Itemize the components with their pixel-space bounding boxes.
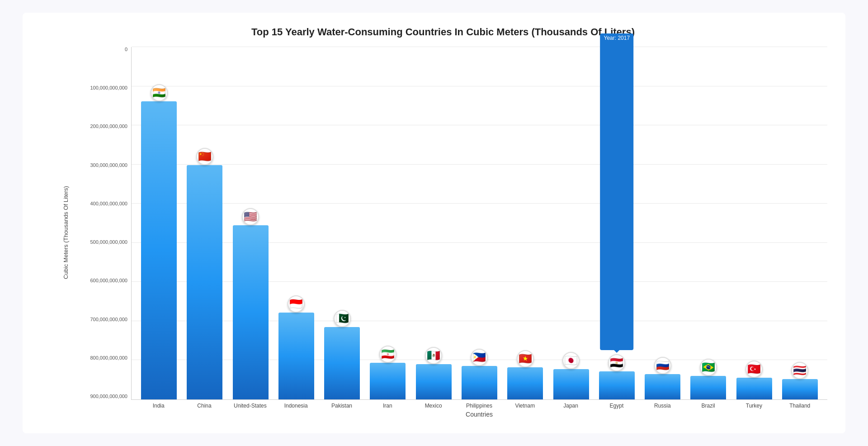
x-label: Egypt — [594, 400, 639, 409]
bar[interactable] — [141, 101, 177, 399]
bars-area: 🇮🇳🇨🇳🇺🇸🇮🇩🇵🇰🇮🇷🇲🇽🇵🇭🇻🇳🇯🇵Year: 2017🇪🇬🇷🇺🇧🇷🇹🇷🇹🇭 — [131, 47, 827, 400]
flag-icon: 🇷🇺 — [654, 357, 671, 374]
chart-inner: 900,000,000,000800,000,000,000700,000,00… — [77, 47, 827, 418]
y-tick: 100,000,000,000 — [77, 85, 131, 90]
x-label: Japan — [548, 400, 594, 409]
flag-icon: 🇹🇭 — [791, 362, 808, 379]
x-label: United-States — [227, 400, 273, 409]
bar-group[interactable]: 🇹🇷 — [731, 47, 777, 399]
flag-icon: 🇮🇩 — [288, 295, 305, 313]
bar-group[interactable]: 🇲🇽 — [411, 47, 457, 399]
bar-group[interactable]: 🇵🇰 — [319, 47, 365, 399]
x-label: Turkey — [731, 400, 777, 409]
bar-group[interactable]: 🇷🇺 — [640, 47, 685, 399]
flag-icon: 🇨🇳 — [196, 148, 213, 165]
bar-group[interactable]: 🇨🇳 — [182, 47, 227, 399]
flag-icon: 🇧🇷 — [700, 359, 717, 376]
bar[interactable] — [324, 327, 360, 399]
y-tick: 500,000,000,000 — [77, 240, 131, 245]
flag-icon: 🇯🇵 — [562, 352, 580, 369]
y-tick: 300,000,000,000 — [77, 163, 131, 168]
flag-icon: 🇵🇰 — [334, 310, 351, 327]
flag-icon: 🇺🇸 — [242, 208, 259, 225]
x-label: Thailand — [777, 400, 823, 409]
bar[interactable] — [553, 369, 589, 400]
flag-icon: 🇮🇷 — [379, 346, 396, 363]
bar[interactable] — [187, 165, 222, 399]
bar-group[interactable]: 🇵🇭 — [457, 47, 502, 399]
bar-group[interactable]: Year: 2017🇪🇬 — [594, 47, 640, 399]
bar-group[interactable]: 🇮🇷 — [365, 47, 410, 399]
y-axis-label: Cubic Meters (Thousands Of Liters) — [59, 47, 72, 418]
x-label: Russia — [640, 400, 685, 409]
flag-icon: 🇻🇳 — [517, 350, 534, 367]
y-tick: 600,000,000,000 — [77, 278, 131, 283]
tooltip-badge: Year: 2017 — [600, 33, 633, 350]
x-label: Vietnam — [502, 400, 548, 409]
bars-wrapper: 🇮🇳🇨🇳🇺🇸🇮🇩🇵🇰🇮🇷🇲🇽🇵🇭🇻🇳🇯🇵Year: 2017🇪🇬🇷🇺🇧🇷🇹🇷🇹🇭 — [132, 47, 827, 399]
plot-area: 900,000,000,000800,000,000,000700,000,00… — [77, 47, 827, 400]
flag-icon: 🇵🇭 — [471, 349, 488, 366]
y-tick: 900,000,000,000 — [77, 394, 131, 399]
flag-icon: 🇲🇽 — [425, 347, 442, 364]
x-axis-title: Countries — [131, 411, 827, 418]
y-tick: 800,000,000,000 — [77, 356, 131, 361]
y-tick: 700,000,000,000 — [77, 317, 131, 322]
bar[interactable] — [462, 366, 497, 399]
bar[interactable] — [736, 378, 772, 399]
bar[interactable] — [416, 364, 452, 399]
bar-group[interactable]: 🇺🇸 — [228, 47, 274, 399]
bar-group[interactable]: 🇧🇷 — [685, 47, 731, 399]
flag-icon: 🇹🇷 — [745, 361, 763, 378]
x-label: Pakistan — [319, 400, 364, 409]
bar[interactable] — [645, 374, 680, 399]
bar-group[interactable]: 🇯🇵 — [548, 47, 594, 399]
bar-group[interactable]: 🇹🇭 — [777, 47, 823, 399]
y-tick: 200,000,000,000 — [77, 124, 131, 129]
flag-icon: 🇪🇬 — [608, 354, 625, 371]
x-label: China — [181, 400, 227, 409]
bar[interactable] — [782, 379, 818, 399]
bar[interactable] — [690, 376, 726, 399]
x-label: India — [136, 400, 181, 409]
y-axis: 900,000,000,000800,000,000,000700,000,00… — [77, 47, 131, 400]
x-label: Mexico — [410, 400, 456, 409]
x-label: Iran — [365, 400, 410, 409]
chart-title: Top 15 Yearly Water-Consuming Countries … — [59, 26, 827, 38]
bar[interactable] — [233, 225, 269, 399]
y-tick: 0 — [77, 47, 131, 52]
bar-group[interactable]: 🇮🇳 — [136, 47, 182, 399]
chart-container: Top 15 Yearly Water-Consuming Countries … — [23, 13, 845, 433]
x-label: Philippines — [456, 400, 502, 409]
bar-group[interactable]: 🇮🇩 — [274, 47, 319, 399]
x-label: Brazil — [685, 400, 731, 409]
bar[interactable] — [599, 371, 635, 399]
bar[interactable] — [278, 313, 314, 399]
bar-group[interactable]: 🇻🇳 — [502, 47, 548, 399]
chart-area: Cubic Meters (Thousands Of Liters) 900,0… — [59, 47, 827, 418]
x-label: Indonesia — [273, 400, 319, 409]
bar[interactable] — [507, 367, 543, 399]
x-labels: IndiaChinaUnited-StatesIndonesiaPakistan… — [131, 400, 827, 409]
flag-icon: 🇮🇳 — [151, 84, 168, 101]
bar[interactable] — [370, 363, 406, 399]
y-tick: 400,000,000,000 — [77, 201, 131, 206]
